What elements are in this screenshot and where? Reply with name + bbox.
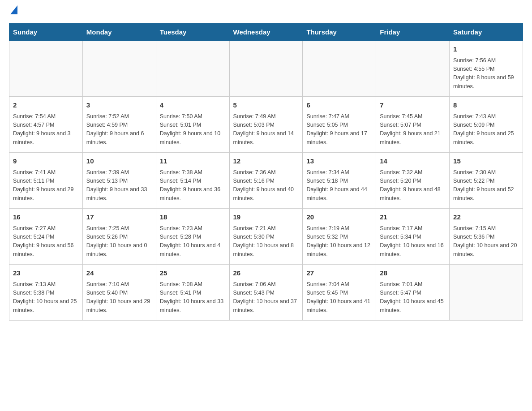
calendar-day-cell: 14Sunrise: 7:32 AMSunset: 5:20 PMDayligh… [376, 153, 450, 209]
day-number: 18 [160, 212, 226, 223]
calendar-week-row: 9Sunrise: 7:41 AMSunset: 5:11 PMDaylight… [9, 153, 523, 209]
calendar-table: SundayMondayTuesdayWednesdayThursdayFrid… [9, 23, 523, 321]
calendar-day-cell: 9Sunrise: 7:41 AMSunset: 5:11 PMDaylight… [9, 153, 83, 209]
calendar-day-cell: 4Sunrise: 7:50 AMSunset: 5:01 PMDaylight… [156, 97, 229, 153]
calendar-week-row: 23Sunrise: 7:13 AMSunset: 5:38 PMDayligh… [9, 265, 523, 321]
weekday-header-sunday: Sunday [9, 24, 83, 41]
day-number: 15 [453, 156, 519, 167]
day-info: Sunrise: 7:01 AMSunset: 5:47 PMDaylight:… [380, 280, 446, 315]
calendar-day-cell: 15Sunrise: 7:30 AMSunset: 5:22 PMDayligh… [450, 153, 523, 209]
day-info: Sunrise: 7:41 AMSunset: 5:11 PMDaylight:… [13, 168, 79, 203]
day-number: 3 [86, 100, 152, 111]
calendar-day-cell: 17Sunrise: 7:25 AMSunset: 5:26 PMDayligh… [82, 209, 156, 265]
day-info: Sunrise: 7:39 AMSunset: 5:13 PMDaylight:… [86, 168, 152, 203]
calendar-day-cell: 8Sunrise: 7:43 AMSunset: 5:09 PMDaylight… [450, 97, 523, 153]
day-number: 22 [453, 212, 519, 223]
day-number: 12 [233, 156, 299, 167]
calendar-day-cell: 6Sunrise: 7:47 AMSunset: 5:05 PMDaylight… [303, 97, 376, 153]
day-number: 13 [306, 156, 372, 167]
day-info: Sunrise: 7:17 AMSunset: 5:34 PMDaylight:… [380, 224, 446, 259]
calendar-day-cell: 19Sunrise: 7:21 AMSunset: 5:30 PMDayligh… [229, 209, 303, 265]
weekday-header-saturday: Saturday [450, 24, 523, 41]
weekday-header-tuesday: Tuesday [156, 24, 229, 41]
calendar-day-cell [9, 41, 83, 97]
calendar-day-cell [229, 41, 303, 97]
calendar-day-cell: 11Sunrise: 7:38 AMSunset: 5:14 PMDayligh… [156, 153, 229, 209]
calendar-day-cell: 12Sunrise: 7:36 AMSunset: 5:16 PMDayligh… [229, 153, 303, 209]
calendar-day-cell [303, 41, 376, 97]
calendar-week-row: 2Sunrise: 7:54 AMSunset: 4:57 PMDaylight… [9, 97, 523, 153]
calendar-day-cell: 1Sunrise: 7:56 AMSunset: 4:55 PMDaylight… [450, 41, 523, 97]
page-header [9, 9, 523, 14]
day-info: Sunrise: 7:27 AMSunset: 5:24 PMDaylight:… [13, 224, 79, 259]
day-info: Sunrise: 7:25 AMSunset: 5:26 PMDaylight:… [86, 224, 152, 259]
day-info: Sunrise: 7:08 AMSunset: 5:41 PMDaylight:… [160, 280, 226, 315]
calendar-day-cell: 27Sunrise: 7:04 AMSunset: 5:45 PMDayligh… [303, 265, 376, 321]
day-info: Sunrise: 7:50 AMSunset: 5:01 PMDaylight:… [160, 112, 226, 147]
calendar-day-cell: 18Sunrise: 7:23 AMSunset: 5:28 PMDayligh… [156, 209, 229, 265]
weekday-header-row: SundayMondayTuesdayWednesdayThursdayFrid… [9, 24, 523, 41]
day-number: 24 [86, 268, 152, 278]
weekday-header-thursday: Thursday [303, 24, 376, 41]
day-number: 28 [380, 268, 446, 278]
calendar-day-cell: 13Sunrise: 7:34 AMSunset: 5:18 PMDayligh… [303, 153, 376, 209]
calendar-day-cell: 23Sunrise: 7:13 AMSunset: 5:38 PMDayligh… [9, 265, 83, 321]
day-number: 7 [380, 100, 446, 111]
calendar-day-cell: 5Sunrise: 7:49 AMSunset: 5:03 PMDaylight… [229, 97, 303, 153]
day-number: 16 [13, 212, 79, 223]
day-number: 2 [13, 100, 79, 111]
day-info: Sunrise: 7:52 AMSunset: 4:59 PMDaylight:… [86, 112, 152, 147]
day-info: Sunrise: 7:45 AMSunset: 5:07 PMDaylight:… [380, 112, 446, 147]
day-info: Sunrise: 7:36 AMSunset: 5:16 PMDaylight:… [233, 168, 299, 203]
day-info: Sunrise: 7:32 AMSunset: 5:20 PMDaylight:… [380, 168, 446, 203]
day-info: Sunrise: 7:38 AMSunset: 5:14 PMDaylight:… [160, 168, 226, 203]
calendar-day-cell [82, 41, 156, 97]
weekday-header-wednesday: Wednesday [229, 24, 303, 41]
weekday-header-monday: Monday [82, 24, 156, 41]
day-info: Sunrise: 7:19 AMSunset: 5:32 PMDaylight:… [306, 224, 372, 259]
calendar-day-cell: 21Sunrise: 7:17 AMSunset: 5:34 PMDayligh… [376, 209, 450, 265]
day-info: Sunrise: 7:49 AMSunset: 5:03 PMDaylight:… [233, 112, 299, 147]
day-info: Sunrise: 7:06 AMSunset: 5:43 PMDaylight:… [233, 280, 299, 315]
day-number: 1 [453, 44, 519, 55]
logo [9, 9, 17, 14]
calendar-day-cell: 7Sunrise: 7:45 AMSunset: 5:07 PMDaylight… [376, 97, 450, 153]
day-number: 11 [160, 156, 226, 167]
calendar-day-cell: 2Sunrise: 7:54 AMSunset: 4:57 PMDaylight… [9, 97, 83, 153]
calendar-day-cell: 10Sunrise: 7:39 AMSunset: 5:13 PMDayligh… [82, 153, 156, 209]
calendar-day-cell: 26Sunrise: 7:06 AMSunset: 5:43 PMDayligh… [229, 265, 303, 321]
calendar-week-row: 1Sunrise: 7:56 AMSunset: 4:55 PMDaylight… [9, 41, 523, 97]
day-info: Sunrise: 7:15 AMSunset: 5:36 PMDaylight:… [453, 224, 519, 259]
day-number: 9 [13, 156, 79, 167]
day-number: 14 [380, 156, 446, 167]
day-number: 5 [233, 100, 299, 111]
calendar-day-cell: 3Sunrise: 7:52 AMSunset: 4:59 PMDaylight… [82, 97, 156, 153]
day-info: Sunrise: 7:56 AMSunset: 4:55 PMDaylight:… [453, 56, 519, 91]
day-info: Sunrise: 7:43 AMSunset: 5:09 PMDaylight:… [453, 112, 519, 147]
day-info: Sunrise: 7:21 AMSunset: 5:30 PMDaylight:… [233, 224, 299, 259]
calendar-day-cell: 20Sunrise: 7:19 AMSunset: 5:32 PMDayligh… [303, 209, 376, 265]
calendar-day-cell [156, 41, 229, 97]
day-number: 25 [160, 268, 226, 278]
calendar-day-cell: 28Sunrise: 7:01 AMSunset: 5:47 PMDayligh… [376, 265, 450, 321]
day-number: 23 [13, 268, 79, 278]
day-info: Sunrise: 7:47 AMSunset: 5:05 PMDaylight:… [306, 112, 372, 147]
day-number: 8 [453, 100, 519, 111]
calendar-day-cell: 22Sunrise: 7:15 AMSunset: 5:36 PMDayligh… [450, 209, 523, 265]
day-number: 27 [306, 268, 372, 278]
day-info: Sunrise: 7:13 AMSunset: 5:38 PMDaylight:… [13, 280, 79, 315]
calendar-week-row: 16Sunrise: 7:27 AMSunset: 5:24 PMDayligh… [9, 209, 523, 265]
calendar-day-cell: 25Sunrise: 7:08 AMSunset: 5:41 PMDayligh… [156, 265, 229, 321]
calendar-day-cell [450, 265, 523, 321]
day-info: Sunrise: 7:34 AMSunset: 5:18 PMDaylight:… [306, 168, 372, 203]
day-number: 19 [233, 212, 299, 223]
logo-arrow-icon [10, 5, 17, 14]
day-number: 26 [233, 268, 299, 278]
calendar-day-cell [376, 41, 450, 97]
calendar-day-cell: 24Sunrise: 7:10 AMSunset: 5:40 PMDayligh… [82, 265, 156, 321]
day-info: Sunrise: 7:10 AMSunset: 5:40 PMDaylight:… [86, 280, 152, 315]
day-info: Sunrise: 7:30 AMSunset: 5:22 PMDaylight:… [453, 168, 519, 203]
day-number: 20 [306, 212, 372, 223]
day-info: Sunrise: 7:54 AMSunset: 4:57 PMDaylight:… [13, 112, 79, 147]
day-number: 21 [380, 212, 446, 223]
